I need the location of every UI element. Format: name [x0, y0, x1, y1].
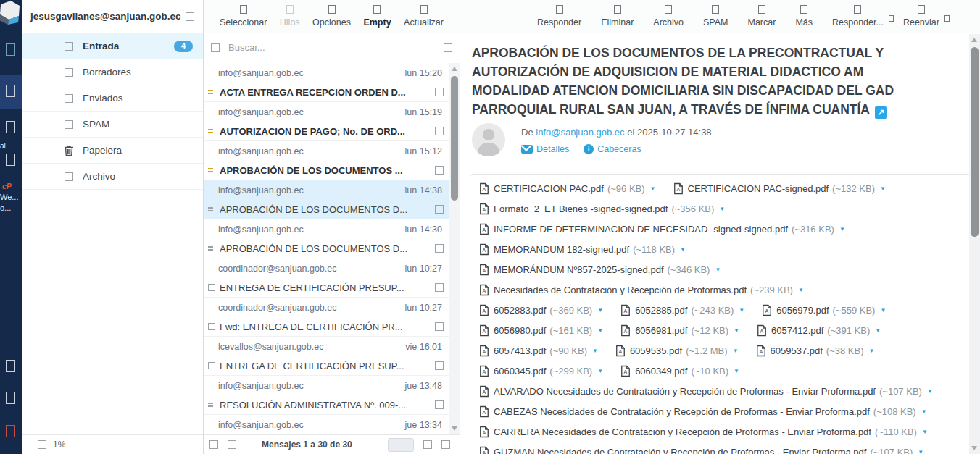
- attachment-item[interactable]: AFormato_2_ET Bienes -signed-signed.pdf(…: [479, 203, 725, 215]
- attachment-item[interactable]: AMEMORÁNDUM Nº857-2025-signed.pdf(~346 K…: [479, 264, 721, 276]
- message-sender-row[interactable]: info@sanjuan.gob.ecjue 13:48: [204, 376, 449, 395]
- attachment-item[interactable]: A6052885.pdf(~243 KB)▼: [620, 304, 744, 316]
- attachment-item[interactable]: ACABEZAS Necesidades de Contratación y R…: [479, 405, 927, 418]
- taskstrip-settings-icon[interactable]: [6, 154, 15, 166]
- attachment-item[interactable]: ACERTIFICACION PAC-signed.pdf(~132 KB)▼: [673, 182, 886, 195]
- message-sender-row[interactable]: lcevallos@sanjuan.gob.ecvie 16:01: [204, 337, 449, 356]
- message-subject-row[interactable]: ACTA ENTREGA RECEPCION ORDEN D...: [204, 83, 449, 102]
- message-checkbox[interactable]: [435, 283, 444, 292]
- message-checkbox[interactable]: [435, 361, 444, 370]
- attachment-menu-caret[interactable]: ▼: [880, 185, 886, 192]
- attachment-menu-caret[interactable]: ▼: [880, 307, 886, 314]
- attachment-item[interactable]: ACARRERA Necesidades de Contratación y R…: [479, 426, 928, 438]
- message-sender-row[interactable]: coordinador@sanjuan.gob.eclun 10:27: [204, 258, 449, 278]
- attachment-item[interactable]: AMEMORANDUM 182-signed.pdf(~118 KB)▼: [479, 243, 686, 256]
- scroll-down-arrow[interactable]: [971, 446, 977, 450]
- message-subject-row[interactable]: ENTREGA DE CERTIFICACIÓN PRESUP...: [204, 356, 449, 376]
- attachment-item[interactable]: ANecesidades de Contratación y Recepción…: [479, 284, 804, 296]
- message-subject-row[interactable]: ENTREGA DE CERTIFICACIÓN PRESUP...: [204, 278, 449, 298]
- message-sender-row[interactable]: info@sanjuan.gob.ecjue 13:34: [204, 415, 449, 434]
- attachment-item[interactable]: AGUZMAN Necesidades de Contratación y Re…: [479, 446, 923, 454]
- attachment-menu-caret[interactable]: ▼: [719, 206, 725, 212]
- account-header[interactable]: jesusgavilanes@sanjuan.gob.ec: [22, 0, 203, 33]
- scroll-up-arrow[interactable]: [971, 38, 977, 42]
- prev-page-icon[interactable]: [228, 440, 236, 449]
- message-subject-row[interactable]: AUTORIZACION DE PAGO; No. DE ORD...: [204, 122, 449, 141]
- list-toolbar-empty[interactable]: Empty: [363, 5, 391, 28]
- taskstrip-mail-icon[interactable]: [6, 43, 15, 56]
- attachment-menu-caret[interactable]: ▼: [597, 327, 603, 334]
- attachment-item[interactable]: A6060349.pdf(~10 KB)▼: [620, 365, 739, 377]
- taskstrip-icon-lower-1[interactable]: [6, 360, 15, 372]
- app-logo[interactable]: [0, 0, 22, 32]
- attachment-item[interactable]: A6059537.pdf(~38 KB)▼: [756, 345, 875, 357]
- attachment-item[interactable]: ACERTIFICACION PAC.pdf(~96 KB)▼: [479, 182, 656, 195]
- message-checkbox[interactable]: [435, 127, 444, 135]
- taskstrip-contacts-icon[interactable]: [6, 121, 15, 133]
- message-checkbox[interactable]: [435, 244, 444, 253]
- message-sender-row[interactable]: info@sanjuan.gob.eclun 14:30: [204, 219, 449, 239]
- message-subject-row[interactable]: RESOLUCIÓN ADMINISTRATIVA Nº. 009-...: [204, 395, 449, 415]
- search-options-icon[interactable]: [444, 43, 452, 52]
- folder-item-papelera[interactable]: Papelera: [22, 138, 203, 164]
- message-checkbox[interactable]: [435, 88, 444, 96]
- scroll-down-arrow[interactable]: [452, 426, 457, 431]
- page-number-input[interactable]: [388, 438, 414, 452]
- message-checkbox[interactable]: [435, 205, 444, 214]
- attachment-menu-caret[interactable]: ▼: [798, 287, 804, 293]
- message-toolbar-responder[interactable]: Responder: [537, 5, 581, 28]
- message-toolbar-responder[interactable]: Responder...: [832, 5, 884, 28]
- attachment-item[interactable]: AALVARADO Necesidades de Contratación y …: [479, 385, 933, 398]
- attachment-menu-caret[interactable]: ▼: [922, 429, 928, 435]
- message-subject-row[interactable]: Fwd: ENTREGA DE CERTIFICACIÓN PR...: [204, 317, 449, 337]
- taskstrip-logout-icon[interactable]: [6, 425, 15, 437]
- list-toolbar-seleccionar[interactable]: Seleccionar: [220, 5, 267, 28]
- next-page-icon[interactable]: [423, 440, 432, 449]
- message-sender-row[interactable]: info@sanjuan.gob.eclun 15:12: [204, 141, 449, 161]
- list-toolbar-actualizar[interactable]: Actualizar: [404, 5, 444, 28]
- attachment-item[interactable]: A6057413.pdf(~90 KB)▼: [479, 345, 598, 357]
- attachment-item[interactable]: A6060345.pdf(~299 KB)▼: [479, 365, 603, 377]
- attachment-item[interactable]: A6056980.pdf(~161 KB)▼: [479, 324, 603, 337]
- taskstrip-active-app-icon[interactable]: [6, 85, 15, 97]
- message-sender-row[interactable]: info@sanjuan.gob.eclun 15:19: [204, 102, 449, 122]
- list-toolbar-opciones[interactable]: Opciones: [312, 5, 351, 28]
- message-subject-row[interactable]: APROBACIÓN DE LOS DOCUMENTOS D...: [204, 200, 449, 219]
- attachment-item[interactable]: A6052883.pdf(~369 KB)▼: [479, 304, 603, 316]
- attachment-item[interactable]: A6056981.pdf(~12 KB)▼: [620, 324, 739, 337]
- attachment-item[interactable]: A6059535.pdf(~1.2 MB)▼: [615, 345, 739, 357]
- attachment-menu-caret[interactable]: ▼: [875, 327, 881, 334]
- attachment-menu-caret[interactable]: ▼: [921, 408, 927, 415]
- attachment-menu-caret[interactable]: ▼: [839, 226, 845, 232]
- message-toolbar-marcar[interactable]: Marcar: [748, 5, 776, 28]
- last-page-icon[interactable]: [441, 440, 450, 449]
- headers-link[interactable]: i Cabeceras: [584, 144, 641, 154]
- folder-item-enviados[interactable]: Enviados: [22, 85, 203, 112]
- dropdown-arrow-icon[interactable]: [889, 15, 894, 22]
- folder-item-archivo[interactable]: Archivo: [22, 164, 203, 190]
- attachment-menu-caret[interactable]: ▼: [650, 185, 656, 192]
- attachment-menu-caret[interactable]: ▼: [734, 368, 739, 374]
- details-link[interactable]: Detalles: [521, 144, 569, 154]
- sender-email-link[interactable]: info@sanjuan.gob.ec: [536, 127, 624, 138]
- folder-item-spam[interactable]: SPAM: [22, 112, 203, 138]
- scroll-up-arrow[interactable]: [452, 67, 457, 71]
- dropdown-arrow-icon[interactable]: [944, 15, 950, 22]
- account-menu-icon[interactable]: [186, 12, 194, 21]
- attachment-item[interactable]: AINFORME DE DETERMINACION DE NECESIDAD -…: [479, 223, 845, 235]
- attachment-menu-caret[interactable]: ▼: [918, 449, 923, 454]
- attachment-item[interactable]: A6056979.pdf(~559 KB)▼: [762, 304, 886, 316]
- attachment-menu-caret[interactable]: ▼: [734, 327, 739, 334]
- message-checkbox[interactable]: [435, 400, 444, 409]
- list-toolbar-hilos[interactable]: Hilos: [280, 5, 300, 28]
- attachment-menu-caret[interactable]: ▼: [927, 388, 933, 395]
- attachment-menu-caret[interactable]: ▼: [592, 348, 598, 354]
- scrollbar-thumb[interactable]: [971, 47, 979, 237]
- attachment-menu-caret[interactable]: ▼: [597, 368, 603, 374]
- attachment-menu-caret[interactable]: ▼: [715, 266, 721, 273]
- attachment-item[interactable]: A6057412.pdf(~391 KB)▼: [757, 324, 881, 337]
- attachment-menu-caret[interactable]: ▼: [739, 307, 744, 314]
- message-toolbar-spam[interactable]: SPAM: [703, 5, 728, 28]
- message-toolbar-reenviar[interactable]: Reenviar: [903, 5, 939, 28]
- message-sender-row[interactable]: info@sanjuan.gob.eclun 14:38: [204, 180, 449, 200]
